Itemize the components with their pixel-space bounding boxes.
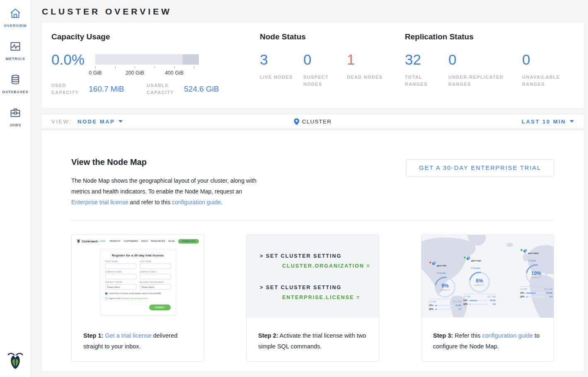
- suspect-nodes-stat: 0 SUSPECT NODES: [303, 52, 347, 88]
- site-nav: PRODUCT CUSTOMERS DOCS RESOURCES BLOG DO…: [106, 239, 199, 244]
- checkbox-icon: [105, 297, 107, 300]
- field-first-name: [105, 263, 136, 269]
- dead-nodes-label: DEAD NODES: [347, 74, 390, 81]
- replication-status-section: Replication Status 32 TOTAL RANGES 0 UND…: [405, 32, 584, 96]
- description-mid-text: and refer to this: [128, 199, 172, 205]
- chevron-down-icon: [570, 120, 574, 123]
- sidebar-item-databases[interactable]: DATABASES: [0, 66, 31, 99]
- axis-label-400: 400 GiB: [165, 70, 184, 76]
- node-cube-icon: [467, 256, 470, 260]
- capacity-axis-ticks: [95, 66, 199, 69]
- field-label-last-name: LAST NAME: [140, 261, 171, 263]
- under-replicated-ranges-stat: 0 UNDER-REPLICATED RANGES: [448, 52, 522, 88]
- total-ranges-stat: 32 TOTAL RANGES: [405, 52, 448, 88]
- section-divider: [71, 220, 554, 220]
- sidebar-item-metrics[interactable]: METRICS: [0, 33, 31, 66]
- node-cube-icon: [432, 261, 436, 265]
- node-count: 1 Node: [528, 259, 536, 262]
- unavailable-ranges-label: UNAVAILABLE RANGES: [522, 74, 580, 88]
- dead-nodes-stat: 1 DEAD NODES: [347, 52, 390, 88]
- sql-arg-1: CLUSTER.ORGANIZATION =: [282, 263, 379, 269]
- node-capacity-label: CAPACITY: [531, 277, 542, 279]
- checkbox2-label: I agree to the Software License Agreemen…: [109, 297, 148, 300]
- chevron-down-icon: [119, 120, 123, 123]
- description-line-1: The Node Map shows the geographical layo…: [71, 175, 256, 186]
- cluster-scope[interactable]: CLUSTER: [294, 118, 332, 125]
- get-trial-license-link[interactable]: Get a trial license: [105, 332, 151, 339]
- node-map-description: The Node Map shows the geographical layo…: [71, 175, 256, 208]
- node-capacity-percent: 10%: [531, 271, 541, 276]
- field-company-name: [105, 274, 136, 279]
- under-replicated-ranges-value: 0: [448, 52, 522, 67]
- cluster-scope-label: CLUSTER: [302, 118, 332, 125]
- node-cube-icon: [523, 249, 527, 253]
- cockroach-labs-logo: Cockroach LABS: [77, 239, 106, 244]
- field-label-project-phase: PROJECT PHASE: [105, 281, 136, 283]
- main-content: CLUSTER OVERVIEW Capacity Usage 0.0%: [31, 0, 588, 372]
- suspect-nodes-value: 0: [303, 52, 347, 67]
- capacity-bar-chart: 0 GiB 200 GiB 400 GiB: [95, 52, 199, 76]
- database-icon: [10, 74, 21, 87]
- node-count: 2 Nodes: [471, 267, 480, 269]
- live-nodes-label: LIVE NODES: [260, 74, 303, 81]
- node-status-dot-green: [463, 256, 466, 259]
- enterprise-trial-button[interactable]: GET A 30-DAY ENTERPRISE TRIAL: [406, 159, 554, 176]
- axis-label-0: 0 GiB: [89, 70, 102, 76]
- field-last-name: [140, 263, 171, 269]
- node-capacity-percent: 6%: [476, 278, 483, 284]
- node-name: geo=nyc: [471, 259, 482, 262]
- dead-nodes-value: 1: [347, 52, 390, 67]
- capacity-axis-labels: 0 GiB 200 GiB 400 GiB: [95, 70, 199, 76]
- unavailable-ranges-stat: 0 UNAVAILABLE RANGES: [522, 52, 580, 88]
- configuration-guide-link-step3[interactable]: configuration guide: [482, 332, 533, 339]
- view-selector[interactable]: VIEW: NODE MAP: [51, 118, 123, 125]
- sidebar-item-overview[interactable]: OVERVIEW: [0, 0, 31, 33]
- page-title: CLUSTER OVERVIEW: [41, 0, 584, 22]
- description-end-text: .: [221, 199, 223, 205]
- checkbox-checked-icon: [105, 292, 107, 295]
- node-capacity-percent: 9%: [441, 283, 448, 289]
- total-ranges-value: 32: [405, 52, 448, 67]
- step2-thumbnail: > SET CLUSTER SETTING CLUSTER.ORGANIZATI…: [247, 235, 379, 318]
- node-status-title: Node Status: [260, 32, 405, 41]
- step1-card: Cockroach LABS PRODUCT CUSTOMERS DOCS RE…: [71, 234, 204, 362]
- used-capacity-label: USED CAPACITY: [51, 82, 85, 96]
- node-capacity-label: CAPACITY: [474, 284, 485, 286]
- node-capacity-label: CAPACITY: [440, 289, 450, 291]
- step3-card: geo=sfo2 Nodes 9%CAPACITY 3.2 GiB51.1 Gi…: [421, 234, 554, 362]
- used-capacity-value: 160.7 MiB: [89, 85, 138, 94]
- capacity-usage-title: Capacity Usage: [51, 32, 260, 41]
- cockroachdb-logo[interactable]: [7, 351, 23, 372]
- node-status-section: Node Status 3 LIVE NODES 0 SUSPECT NODES…: [260, 32, 405, 96]
- under-replicated-ranges-label: UNDER-REPLICATED RANGES: [448, 74, 522, 88]
- live-nodes-stat: 3 LIVE NODES: [260, 52, 303, 88]
- site-download-button: DOWNLOAD: [178, 239, 199, 244]
- sidebar-item-label: DATABASES: [2, 90, 29, 94]
- time-range-selector[interactable]: LAST 10 MIN: [522, 118, 574, 125]
- node-name: geo=ams: [528, 252, 539, 254]
- view-label: VIEW:: [51, 118, 72, 125]
- step3-thumbnail: geo=sfo2 Nodes 9%CAPACITY 3.2 GiB51.1 Gi…: [421, 235, 554, 318]
- sidebar-item-label: METRICS: [6, 57, 25, 61]
- description-line-3: Enterprise trial license and refer to th…: [71, 197, 256, 208]
- site-nav-product: PRODUCT: [109, 240, 121, 242]
- sql-arg-2: ENTERPRISE.LICENSE =: [282, 295, 379, 300]
- replication-status-title: Replication Status: [405, 32, 584, 41]
- sidebar-item-jobs[interactable]: JOBS: [0, 99, 31, 133]
- node-count: 2 Nodes: [437, 272, 446, 274]
- map-node-nyc: geo=nyc2 Nodes 6%CAPACITY 3.7 GiB61.7 Gi…: [463, 256, 496, 305]
- field-project-phase: Please Select: [105, 284, 136, 290]
- configuration-guide-link[interactable]: configuration guide: [172, 199, 221, 205]
- step1-caption: Step 1: Get a trial license delivered st…: [72, 318, 204, 352]
- step3-caption: Step 3: Refer this configuration guide t…: [421, 318, 554, 352]
- sidebar: OVERVIEW METRICS DATABASES: [0, 0, 31, 377]
- enterprise-trial-license-link[interactable]: Enterprise trial license: [71, 199, 128, 205]
- node-map-panel: View the Node Map The Node Map shows the…: [41, 130, 584, 372]
- time-range-value: LAST 10 MIN: [522, 118, 566, 125]
- registration-form-title: Register for a 30-day trial license: [105, 254, 171, 257]
- map-node-sfo: geo=sfo2 Nodes 9%CAPACITY 3.2 GiB51.1 Gi…: [429, 261, 461, 310]
- site-nav-resources: RESOURCES: [151, 240, 165, 242]
- capacity-bar: [95, 54, 199, 65]
- cluster-summary-card: Capacity Usage 0.0%: [41, 22, 584, 109]
- view-toolbar: VIEW: NODE MAP CLUSTER LAST 10 MIN: [41, 114, 584, 129]
